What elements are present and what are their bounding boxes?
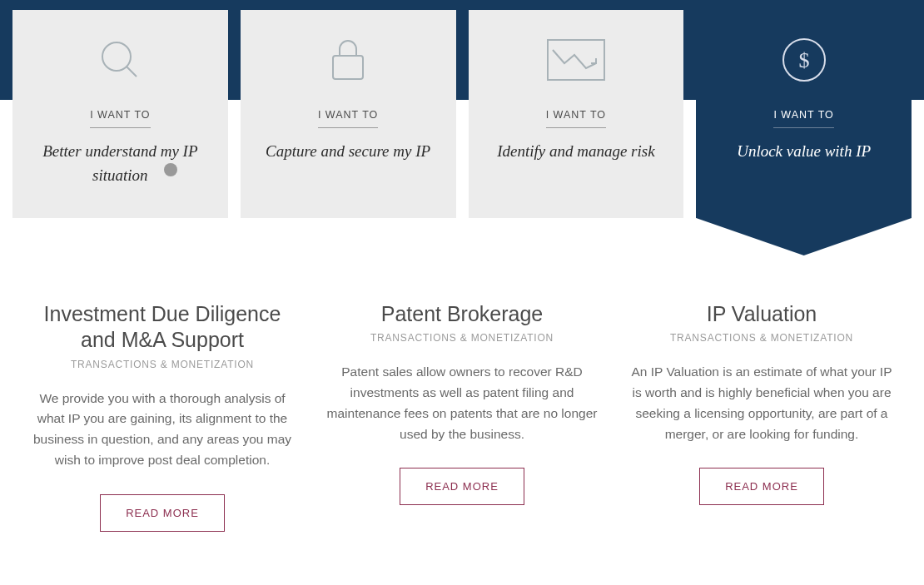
card-title: Identify and manage risk [482,140,671,164]
magnifier-icon [26,33,215,87]
lock-icon [254,33,443,87]
svg-line-1 [127,67,137,77]
chart-down-icon [482,33,671,87]
card-eyebrow: I WANT TO [90,109,150,128]
card-title: Capture and secure my IP [254,140,443,164]
service-description: We provide you with a thorough analysis … [25,389,300,471]
svg-text:$: $ [798,48,809,72]
intent-card-capture[interactable]: I WANT TO Capture and secure my IP [241,10,456,218]
card-eyebrow: I WANT TO [318,109,378,128]
service-ip-valuation: IP Valuation TRANSACTIONS & MONETIZATION… [624,301,899,532]
service-due-diligence: Investment Due Diligence and M&A Support… [25,301,300,532]
services-row: Investment Due Diligence and M&A Support… [0,218,924,540]
dollar-circle-icon: $ [709,33,898,87]
intent-card-understand[interactable]: I WANT TO Better understand my IP situat… [12,10,228,218]
card-eyebrow: I WANT TO [773,109,833,128]
service-description: Patent sales allow owners to recover R&D… [325,362,599,444]
service-patent-brokerage: Patent Brokerage TRANSACTIONS & MONETIZA… [325,301,599,532]
service-category: TRANSACTIONS & MONETIZATION [25,359,300,370]
read-more-button[interactable]: READ MORE [100,494,225,532]
service-title: IP Valuation [624,301,899,327]
service-category: TRANSACTIONS & MONETIZATION [325,332,599,344]
card-title: Unlock value with IP [709,140,898,164]
service-title: Investment Due Diligence and M&A Support [25,301,300,354]
intent-card-risk[interactable]: I WANT TO Identify and manage risk [469,10,684,218]
service-description: An IP Valuation is an estimate of what y… [624,362,899,444]
service-title: Patent Brokerage [325,301,599,327]
card-eyebrow: I WANT TO [546,109,606,128]
intent-cards-row: I WANT TO Better understand my IP situat… [0,10,924,218]
read-more-button[interactable]: READ MORE [400,468,524,505]
svg-point-0 [102,42,131,71]
service-category: TRANSACTIONS & MONETIZATION [624,332,899,344]
card-title: Better understand my IP situation [26,140,215,187]
read-more-button[interactable]: READ MORE [699,468,824,505]
intent-card-unlock-value[interactable]: $ I WANT TO Unlock value with IP [696,10,912,218]
svg-rect-2 [333,56,363,79]
